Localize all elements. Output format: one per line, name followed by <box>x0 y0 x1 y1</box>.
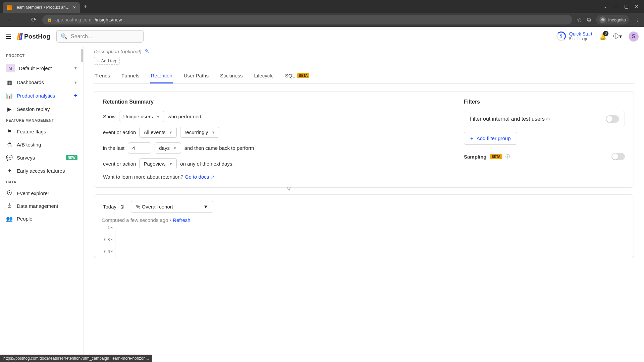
tab-retention[interactable]: Retention <box>150 70 173 83</box>
people-icon: 👥 <box>6 216 13 222</box>
sidebar-item-early[interactable]: ✦ Early access features <box>0 164 84 177</box>
add-tag-button[interactable]: + Add tag <box>94 57 120 65</box>
menu-icon[interactable]: ⋮ <box>635 17 640 23</box>
sparkle-icon: ✦ <box>6 168 13 174</box>
search-icon: 🔍 <box>61 33 67 40</box>
sidebar-item-datamgmt[interactable]: 🗄 Data management <box>0 199 84 212</box>
browser-tab[interactable]: Team Members • Product analyt × <box>3 2 80 13</box>
label-show: Show <box>103 114 116 119</box>
back-icon[interactable]: ← <box>4 16 12 23</box>
live-icon: ⦿ <box>6 190 13 196</box>
hamburger-icon[interactable]: ☰ <box>5 33 11 41</box>
chevron-down-icon: ▼ <box>74 66 77 70</box>
cohort-dropdown[interactable]: % Overall cohort ▼ <box>131 201 213 213</box>
help-button[interactable]: ⓘ ▾ <box>613 33 622 40</box>
sidebar-item-replay[interactable]: ▶ Session replay <box>0 103 84 116</box>
sidebar-item-label: Product analytics <box>17 93 55 99</box>
edit-icon[interactable]: ✎ <box>145 48 149 54</box>
address-bar-row: ← → ⟳ 🔒 app.posthog.com/insights/new ☆ ⧉… <box>0 13 644 27</box>
scrollbar[interactable] <box>81 49 83 62</box>
flag-icon: ⚑ <box>6 128 13 135</box>
date-button[interactable]: Today 🗓 <box>102 202 126 212</box>
gear-icon[interactable]: ⚙ <box>546 117 550 122</box>
add-filter-group-button[interactable]: + Add filter group <box>464 132 517 145</box>
sampling-toggle[interactable] <box>611 153 625 160</box>
info-icon[interactable]: ⓘ <box>505 154 510 160</box>
flask-icon: ⚗ <box>6 141 13 148</box>
plus-icon[interactable]: + <box>74 92 77 99</box>
logo-icon <box>17 33 22 40</box>
user-avatar[interactable]: S <box>629 32 639 42</box>
label-came-back: and then came back to perform <box>184 145 254 151</box>
y-tick: 0.6% <box>102 249 113 254</box>
chevron-down-icon[interactable]: ⌄ <box>603 4 607 9</box>
install-icon[interactable]: ⧉ <box>587 17 591 23</box>
sidebar-section-project: PROJECT <box>0 51 84 60</box>
minimize-icon[interactable]: ― <box>613 4 618 9</box>
url-path: /insights/new <box>95 17 122 22</box>
tab-sql[interactable]: SQL BETA <box>284 70 310 83</box>
help-icon: ⓘ <box>613 33 619 40</box>
period-input[interactable] <box>128 142 151 154</box>
window-controls: ⌄ ― ▢ ✕ <box>603 4 641 9</box>
sidebar-section-feature: FEATURE MANAGEMENT <box>0 116 84 125</box>
sidebar-item-dashboards[interactable]: ▦ Dashboards ▼ <box>0 76 84 89</box>
sidebar: PROJECT M Default Project ▼ ▦ Dashboards… <box>0 46 84 362</box>
incognito-badge[interactable]: 🕶 Incognito <box>596 15 629 24</box>
y-tick: 0.8% <box>102 237 113 242</box>
close-window-icon[interactable]: ✕ <box>635 4 639 9</box>
docs-link[interactable]: Go to docs ↗ <box>185 174 215 180</box>
label-event-or-action: event or action <box>103 129 136 135</box>
description-placeholder: Description (optional) <box>94 49 142 54</box>
y-tick: 1% <box>102 225 113 230</box>
sidebar-item-label: Early access features <box>17 168 65 174</box>
tab-title: Team Members • Product analyt <box>15 5 70 10</box>
tab-paths[interactable]: User Paths <box>183 70 209 83</box>
search-input[interactable]: 🔍 Search... <box>56 30 144 43</box>
chevron-down-icon: ▾ <box>619 33 622 40</box>
sidebar-item-surveys[interactable]: 💬 Surveys NEW <box>0 151 84 164</box>
close-icon[interactable]: × <box>73 5 76 10</box>
users-dropdown[interactable]: Unique users▼ <box>119 111 164 122</box>
events-dropdown[interactable]: All events▼ <box>139 127 177 138</box>
sidebar-item-label: Event explorer <box>17 190 49 196</box>
tab-trends[interactable]: Trends <box>94 70 111 83</box>
tab-funnels[interactable]: Funnels <box>121 70 140 83</box>
bookmark-icon[interactable]: ☆ <box>577 17 582 23</box>
tab-lifecycle[interactable]: Lifecycle <box>253 70 274 83</box>
address-bar[interactable]: 🔒 app.posthog.com/insights/new <box>42 15 572 24</box>
project-selector[interactable]: M Default Project ▼ <box>0 60 84 76</box>
plus-icon: + <box>470 135 473 141</box>
learn-more-text: Want to learn more about retention? Go t… <box>103 174 444 180</box>
return-event-dropdown[interactable]: Pageview▼ <box>139 158 177 169</box>
refresh-link[interactable]: Refresh <box>173 217 191 223</box>
dashboard-icon: ▦ <box>6 79 13 85</box>
sidebar-item-explorer[interactable]: ⦿ Event explorer <box>0 187 84 199</box>
project-name: Default Project <box>19 65 52 71</box>
notifications-button[interactable]: 🔔 0 <box>599 33 606 40</box>
app-header: ☰ PostHog 🔍 Search... 5 Quick Start 5 st… <box>0 27 644 46</box>
quick-start-button[interactable]: 5 Quick Start 5 still to go <box>556 32 592 41</box>
progress-ring-icon: 5 <box>556 32 566 41</box>
internal-toggle[interactable] <box>606 115 619 123</box>
maximize-icon[interactable]: ▢ <box>624 4 629 9</box>
sidebar-item-ab[interactable]: ⚗ A/B testing <box>0 138 84 151</box>
sidebar-item-analytics[interactable]: 📊 Product analytics + <box>0 89 84 103</box>
sidebar-item-label: A/B testing <box>17 142 41 147</box>
period-unit-dropdown[interactable]: days▼ <box>155 142 181 154</box>
tab-stickiness[interactable]: Stickiness <box>219 70 244 83</box>
new-tab-button[interactable]: + <box>84 3 87 9</box>
incognito-icon: 🕶 <box>599 16 606 23</box>
config-panel: Retention Summary Show Unique users▼ who… <box>94 91 634 188</box>
recurring-dropdown[interactable]: recurringly▼ <box>180 127 219 138</box>
description-row[interactable]: Description (optional) ✎ <box>94 48 634 54</box>
retention-chart: 1% 0.8% 0.6% <box>115 228 626 258</box>
sidebar-item-people[interactable]: 👥 People <box>0 212 84 225</box>
forward-icon: → <box>17 16 25 23</box>
posthog-logo[interactable]: PostHog <box>17 33 50 40</box>
sidebar-item-flags[interactable]: ⚑ Feature flags <box>0 125 84 138</box>
reload-icon[interactable]: ⟳ <box>30 16 38 23</box>
filters-title: Filters <box>464 99 625 105</box>
plus-icon: + <box>98 58 100 63</box>
beta-badge: BETA <box>297 73 309 78</box>
